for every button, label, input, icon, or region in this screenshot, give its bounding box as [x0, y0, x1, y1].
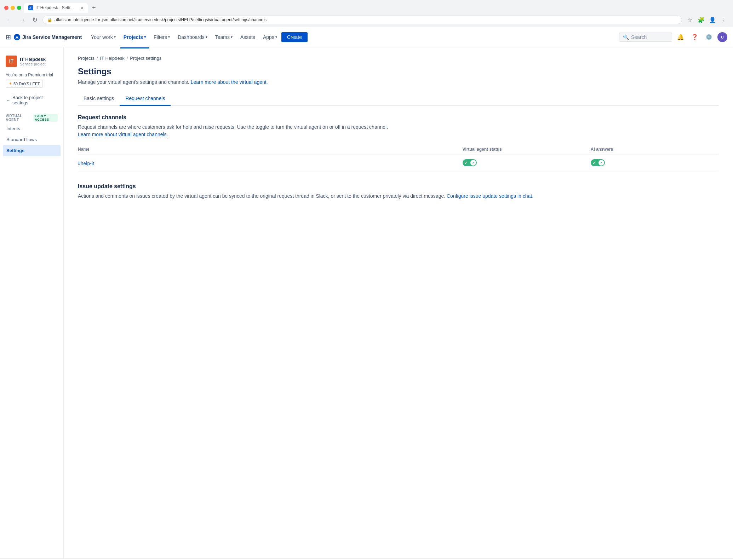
breadcrumb-project-settings[interactable]: Project settings [130, 56, 161, 61]
request-channels-section: Request channels Request channels are wh… [78, 114, 719, 172]
virtual-agent-status-cell: ✓ [463, 155, 591, 172]
sidebar-item-standard-flows[interactable]: Standard flows [3, 134, 61, 145]
nav-items: Your work ▾ Projects ▾ Filters ▾ Dashboa… [87, 31, 616, 43]
request-channels-description: Request channels are where customers ask… [78, 123, 719, 138]
page-description: Manage your virtual agent's settings and… [78, 79, 719, 85]
app-nav: ⊞ Jira Service Management Your work ▾ Pr… [0, 27, 733, 47]
channel-name-link[interactable]: #help-it [78, 161, 94, 166]
maximize-dot[interactable] [17, 6, 21, 10]
channel-name-cell: #help-it [78, 155, 463, 172]
ai-answers-cell: ✓ [591, 155, 719, 172]
help-icon[interactable]: ❓ [689, 31, 700, 43]
nav-apps[interactable]: Apps ▾ [259, 31, 281, 43]
create-button[interactable]: Create [281, 32, 308, 42]
table-row: #help-it ✓ ✓ [78, 155, 719, 172]
page-title: Settings [78, 67, 719, 76]
app-body: IT IT Helpdesk Service project You're on… [0, 47, 733, 558]
trial-info: You're on a Premium trial ✦ 59 DAYS LEFT [6, 73, 58, 88]
nav-projects[interactable]: Projects ▾ [120, 31, 149, 43]
app-name-link[interactable]: Jira Service Management [14, 34, 82, 40]
reload-button[interactable]: ↻ [30, 15, 40, 25]
sidebar-section-label: VIRTUAL AGENT EARLY ACCESS [3, 111, 61, 123]
channels-table: Name Virtual agent status AI answers #he… [78, 144, 719, 172]
menu-icon[interactable]: ⋮ [719, 15, 729, 25]
url-text: atlassian-intelligence-for-jsm.atlassian… [55, 17, 677, 22]
address-bar[interactable]: 🔒 atlassian-intelligence-for-jsm.atlassi… [42, 16, 682, 24]
project-type: Service project [20, 62, 46, 66]
tab-basic-settings[interactable]: Basic settings [78, 92, 120, 106]
configure-issue-update-link[interactable]: Configure issue update settings in chat. [447, 193, 533, 199]
trial-label: You're on a Premium trial [6, 73, 58, 77]
early-access-badge: EARLY ACCESS [33, 114, 58, 122]
svg-text:J: J [29, 7, 31, 9]
breadcrumb-projects[interactable]: Projects [78, 56, 95, 61]
notifications-icon[interactable]: 🔔 [675, 31, 686, 43]
learn-more-link[interactable]: Learn more about the virtual agent. [191, 79, 268, 85]
tabs: Basic settings Request channels [78, 92, 719, 106]
status-bar: You're in a company-managed project [0, 558, 733, 560]
ai-answers-toggle[interactable]: ✓ [591, 159, 605, 166]
tab-close-icon[interactable]: × [81, 5, 84, 11]
back-to-project-settings[interactable]: ← Back to project settings [3, 92, 61, 108]
nav-teams[interactable]: Teams ▾ [212, 31, 236, 43]
trial-days-button[interactable]: ✦ 59 DAYS LEFT [6, 80, 43, 88]
search-icon: 🔍 [623, 34, 629, 40]
nav-your-work[interactable]: Your work ▾ [87, 31, 119, 43]
nav-right: 🔍 Search 🔔 ❓ ⚙️ U [619, 31, 727, 43]
extensions-icon[interactable]: 🧩 [696, 15, 706, 25]
tab-title: IT Helpdesk - Setti... [35, 5, 74, 10]
learn-more-channels-link[interactable]: Learn more about virtual agent channels. [78, 132, 168, 137]
nav-dashboards[interactable]: Dashboards ▾ [174, 31, 211, 43]
breadcrumb-it-helpdesk[interactable]: IT Helpdesk [100, 56, 125, 61]
browser-tab[interactable]: J IT Helpdesk - Setti... × [24, 3, 88, 13]
project-name: IT Helpdesk [20, 57, 46, 62]
breadcrumb: Projects / IT Helpdesk / Project setting… [78, 56, 719, 61]
col-header-ai: AI answers [591, 144, 719, 155]
table-body: #help-it ✓ ✓ [78, 155, 719, 172]
settings-icon[interactable]: ⚙️ [703, 31, 715, 43]
profile-icon[interactable]: 👤 [708, 15, 717, 25]
sidebar-item-intents[interactable]: Intents [3, 123, 61, 134]
chevron-down-icon: ▾ [168, 35, 170, 39]
issue-update-title: Issue update settings [78, 183, 719, 190]
trial-days-label: 59 DAYS LEFT [13, 82, 40, 86]
avatar[interactable]: U [717, 32, 727, 42]
table-header: Name Virtual agent status AI answers [78, 144, 719, 155]
grid-icon[interactable]: ⊞ [6, 33, 11, 41]
toggle-thumb: ✓ [470, 160, 476, 166]
browser-chrome: J IT Helpdesk - Setti... × + ← → ↻ 🔒 atl… [0, 0, 733, 27]
back-arrow-icon: ← [6, 98, 10, 103]
forward-button[interactable]: → [17, 15, 27, 25]
add-tab-button[interactable]: + [91, 4, 97, 12]
chevron-down-icon: ▾ [114, 35, 116, 39]
nav-assets[interactable]: Assets [237, 31, 259, 43]
project-icon: IT [6, 56, 17, 67]
tab-request-channels[interactable]: Request channels [120, 92, 171, 106]
browser-toolbar: ← → ↻ 🔒 atlassian-intelligence-for-jsm.a… [0, 13, 733, 27]
breadcrumb-sep-1: / [97, 56, 98, 61]
section-label-text: VIRTUAL AGENT [6, 114, 30, 122]
minimize-dot[interactable] [11, 6, 15, 10]
sidebar-item-settings[interactable]: Settings [3, 145, 61, 156]
breadcrumb-sep-2: / [127, 56, 128, 61]
browser-dots [4, 6, 21, 10]
toggle-thumb: ✓ [599, 160, 604, 166]
close-dot[interactable] [4, 6, 8, 10]
chevron-down-icon: ▾ [231, 35, 233, 39]
project-header: IT IT Helpdesk Service project [3, 53, 61, 70]
back-button[interactable]: ← [4, 15, 14, 25]
tab-favicon: J [28, 5, 33, 10]
nav-search[interactable]: 🔍 Search [619, 33, 672, 42]
back-label: Back to project settings [12, 95, 58, 105]
chevron-down-icon: ▾ [275, 35, 277, 39]
request-channels-title: Request channels [78, 114, 719, 121]
atlassian-logo [14, 34, 20, 40]
project-info: IT Helpdesk Service project [20, 57, 46, 66]
sidebar: IT IT Helpdesk Service project You're on… [0, 47, 64, 558]
bookmark-icon[interactable]: ☆ [685, 15, 695, 25]
nav-filters[interactable]: Filters ▾ [150, 31, 173, 43]
virtual-agent-status-toggle[interactable]: ✓ [463, 159, 477, 166]
star-icon: ✦ [9, 81, 12, 86]
issue-update-section: Issue update settings Actions and commen… [78, 183, 719, 200]
chevron-down-icon: ▾ [144, 35, 146, 39]
